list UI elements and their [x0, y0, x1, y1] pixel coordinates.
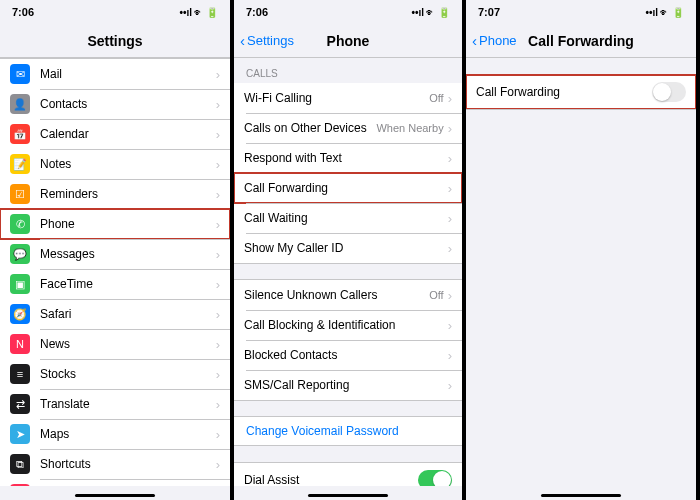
row-show-my-caller-id[interactable]: Show My Caller ID›	[234, 233, 462, 263]
row-label: Translate	[40, 397, 216, 411]
row-label: Call Waiting	[244, 211, 448, 225]
page-title: Settings	[87, 33, 142, 49]
settings-row-contacts[interactable]: 👤Contacts›	[0, 89, 230, 119]
settings-row-reminders[interactable]: ☑Reminders›	[0, 179, 230, 209]
chevron-right-icon: ›	[448, 211, 452, 226]
stocks-icon: ≡	[10, 364, 30, 384]
wifi-icon: ᯤ	[194, 7, 204, 18]
settings-row-calendar[interactable]: 📅Calendar›	[0, 119, 230, 149]
dial-assist-row[interactable]: Dial Assist	[234, 463, 462, 486]
settings-row-messages[interactable]: 💬Messages›	[0, 239, 230, 269]
battery-icon: 🔋	[672, 7, 684, 18]
status-indicators: ••ıl ᯤ 🔋	[179, 7, 218, 18]
row-label: Wi-Fi Calling	[244, 91, 429, 105]
status-time: 7:07	[478, 6, 500, 18]
chevron-right-icon: ›	[216, 247, 220, 262]
row-detail: Off	[429, 92, 443, 104]
row-silence-unknown-callers[interactable]: Silence Unknown CallersOff›	[234, 280, 462, 310]
news-icon: N	[10, 334, 30, 354]
chevron-right-icon: ›	[216, 157, 220, 172]
maps-icon: ➤	[10, 424, 30, 444]
row-label: Notes	[40, 157, 216, 171]
row-label: News	[40, 337, 216, 351]
row-label: Contacts	[40, 97, 216, 111]
row-call-forwarding[interactable]: Call Forwarding›	[234, 173, 462, 203]
row-calls-on-other-devices[interactable]: Calls on Other DevicesWhen Nearby›	[234, 113, 462, 143]
dial-assist-label: Dial Assist	[244, 473, 418, 486]
call-forwarding-content: Call Forwarding	[466, 58, 696, 486]
settings-row-safari[interactable]: 🧭Safari›	[0, 299, 230, 329]
settings-row-facetime[interactable]: ▣FaceTime›	[0, 269, 230, 299]
row-call-waiting[interactable]: Call Waiting›	[234, 203, 462, 233]
chevron-right-icon: ›	[216, 307, 220, 322]
row-label: Safari	[40, 307, 216, 321]
status-time: 7:06	[246, 6, 268, 18]
row-sms-call-reporting[interactable]: SMS/Call Reporting›	[234, 370, 462, 400]
wifi-icon: ᯤ	[660, 7, 670, 18]
call-forwarding-row[interactable]: Call Forwarding	[466, 75, 696, 109]
row-label: Messages	[40, 247, 216, 261]
row-blocked-contacts[interactable]: Blocked Contacts›	[234, 340, 462, 370]
call-forwarding-toggle[interactable]	[652, 82, 686, 102]
messages-icon: 💬	[10, 244, 30, 264]
chevron-right-icon: ›	[216, 367, 220, 382]
status-bar: 7:07 ••ıl ᯤ 🔋	[466, 0, 696, 24]
battery-icon: 🔋	[438, 7, 450, 18]
contacts-icon: 👤	[10, 94, 30, 114]
home-indicator[interactable]	[0, 486, 230, 500]
section-header-calls: CALLS	[234, 58, 462, 83]
calendar-icon: 📅	[10, 124, 30, 144]
settings-row-shortcuts[interactable]: ⧉Shortcuts›	[0, 449, 230, 479]
row-label: Shortcuts	[40, 457, 216, 471]
row-call-blocking-identification[interactable]: Call Blocking & Identification›	[234, 310, 462, 340]
phone-settings-content[interactable]: CALLS Wi-Fi CallingOff›Calls on Other De…	[234, 58, 462, 486]
dial-assist-toggle[interactable]	[418, 470, 452, 486]
settings-row-maps[interactable]: ➤Maps›	[0, 419, 230, 449]
back-button[interactable]: ‹ Phone	[472, 32, 517, 49]
notes-icon: 📝	[10, 154, 30, 174]
chevron-right-icon: ›	[216, 127, 220, 142]
nav-bar: ‹ Settings Phone	[234, 24, 462, 58]
home-indicator[interactable]	[466, 486, 696, 500]
status-indicators: ••ıl ᯤ 🔋	[411, 7, 450, 18]
row-label: Reminders	[40, 187, 216, 201]
row-detail: Off	[429, 289, 443, 301]
row-wi-fi-calling[interactable]: Wi-Fi CallingOff›	[234, 83, 462, 113]
row-label: Stocks	[40, 367, 216, 381]
home-indicator[interactable]	[234, 486, 462, 500]
row-label: Call Forwarding	[244, 181, 448, 195]
row-label: Calls on Other Devices	[244, 121, 376, 135]
settings-row-news[interactable]: NNews›	[0, 329, 230, 359]
screen-call-forwarding: 7:07 ••ıl ᯤ 🔋 ‹ Phone Call Forwarding Ca…	[464, 0, 696, 500]
row-label: Mail	[40, 67, 216, 81]
settings-row-phone[interactable]: ✆Phone›	[0, 209, 230, 239]
chevron-right-icon: ›	[216, 187, 220, 202]
settings-list[interactable]: ✉Mail›👤Contacts›📅Calendar›📝Notes›☑Remind…	[0, 58, 230, 486]
chevron-right-icon: ›	[216, 67, 220, 82]
page-title: Phone	[327, 33, 370, 49]
chevron-right-icon: ›	[448, 181, 452, 196]
chevron-right-icon: ›	[216, 457, 220, 472]
row-label: SMS/Call Reporting	[244, 378, 448, 392]
battery-icon: 🔋	[206, 7, 218, 18]
row-label: Maps	[40, 427, 216, 441]
row-label: Blocked Contacts	[244, 348, 448, 362]
settings-row-notes[interactable]: 📝Notes›	[0, 149, 230, 179]
status-indicators: ••ıl ᯤ 🔋	[645, 7, 684, 18]
signal-icon: ••ıl	[411, 7, 424, 18]
settings-row-stocks[interactable]: ≡Stocks›	[0, 359, 230, 389]
row-respond-with-text[interactable]: Respond with Text›	[234, 143, 462, 173]
back-button[interactable]: ‹ Settings	[240, 32, 294, 49]
link-label: Change Voicemail Password	[246, 424, 399, 438]
nav-bar: ‹ Phone Call Forwarding	[466, 24, 696, 58]
settings-row-mail[interactable]: ✉Mail›	[0, 59, 230, 89]
mail-icon: ✉	[10, 64, 30, 84]
settings-row-health[interactable]: ♥Health›	[0, 479, 230, 486]
chevron-right-icon: ›	[216, 337, 220, 352]
change-voicemail-password-link[interactable]: Change Voicemail Password	[234, 416, 462, 446]
nav-bar: Settings	[0, 24, 230, 58]
health-icon: ♥	[10, 484, 30, 486]
shortcuts-icon: ⧉	[10, 454, 30, 474]
settings-row-translate[interactable]: ⇄Translate›	[0, 389, 230, 419]
chevron-right-icon: ›	[448, 91, 452, 106]
